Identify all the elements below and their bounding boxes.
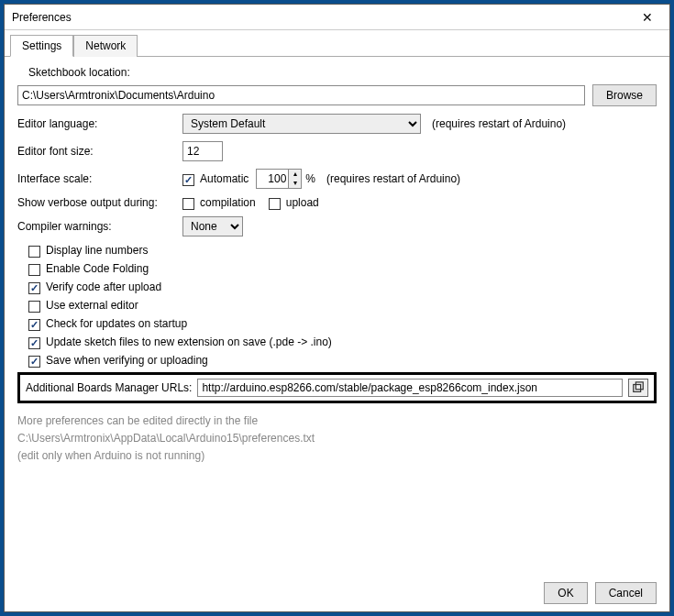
save-when-verifying-checkbox[interactable] <box>28 356 40 368</box>
display-line-numbers-checkbox[interactable] <box>28 246 40 258</box>
more-info-line2: (edit only when Arduino is not running) <box>17 447 657 465</box>
verbose-compilation-label: compilation <box>200 196 256 209</box>
scale-down-icon[interactable]: ▾ <box>289 179 301 188</box>
tab-network[interactable]: Network <box>73 35 138 57</box>
svg-rect-1 <box>635 382 643 390</box>
compiler-warnings-select[interactable]: None <box>182 216 243 236</box>
scale-up-icon[interactable]: ▴ <box>289 170 301 179</box>
use-external-editor-label: Use external editor <box>46 299 138 312</box>
window-expand-icon <box>632 381 645 394</box>
editor-language-select[interactable]: System Default <box>182 114 421 134</box>
browse-button[interactable]: Browse <box>592 84 657 106</box>
svg-rect-0 <box>634 385 641 392</box>
display-line-numbers-label: Display line numbers <box>46 244 148 257</box>
boards-manager-expand-button[interactable] <box>628 379 648 397</box>
options-list: Display line numbers Enable Code Folding… <box>17 244 657 367</box>
scale-percent: % <box>305 172 315 185</box>
verify-code-after-upload-label: Verify code after upload <box>46 280 161 293</box>
editor-fontsize-input[interactable] <box>182 141 223 161</box>
titlebar: Preferences ✕ <box>5 5 669 30</box>
sketchbook-location-input[interactable] <box>17 85 585 105</box>
more-info-line1: More preferences can be edited directly … <box>17 412 657 430</box>
tab-bar: Settings Network <box>5 30 669 57</box>
interface-scale-label: Interface scale: <box>17 172 182 185</box>
automatic-scale-checkbox[interactable] <box>182 174 194 186</box>
save-when-verifying-label: Save when verifying or uploading <box>46 354 208 367</box>
verbose-compilation-checkbox[interactable] <box>182 198 194 210</box>
scale-spinner[interactable]: ▴ ▾ <box>256 169 302 189</box>
verbose-upload-checkbox[interactable] <box>269 198 281 210</box>
tab-settings[interactable]: Settings <box>10 35 73 57</box>
use-external-editor-checkbox[interactable] <box>28 301 40 313</box>
verify-code-after-upload-checkbox[interactable] <box>28 282 40 294</box>
more-preferences-info: More preferences can be edited directly … <box>17 412 657 466</box>
settings-panel: Sketchbook location: Browse Editor langu… <box>5 57 669 575</box>
window-title: Preferences <box>12 11 631 24</box>
preferences-window: Preferences ✕ Settings Network Sketchboo… <box>4 4 670 612</box>
dialog-footer: OK Cancel <box>5 575 669 611</box>
verbose-label: Show verbose output during: <box>17 196 182 209</box>
more-info-path: C:\Users\Armtronix\AppData\Local\Arduino… <box>17 430 657 447</box>
verbose-upload-label: upload <box>286 196 319 209</box>
scale-value-input[interactable] <box>257 170 288 188</box>
compiler-warnings-label: Compiler warnings: <box>17 220 182 233</box>
ok-button[interactable]: OK <box>544 582 587 604</box>
language-restart-note: (requires restart of Arduino) <box>432 117 566 130</box>
editor-language-label: Editor language: <box>17 117 182 130</box>
editor-fontsize-label: Editor font size: <box>17 145 182 158</box>
close-button[interactable]: ✕ <box>631 7 664 28</box>
automatic-scale-label: Automatic <box>200 172 249 185</box>
boards-manager-label: Additional Boards Manager URLs: <box>26 381 192 394</box>
boards-manager-row: Additional Boards Manager URLs: <box>17 372 657 403</box>
enable-code-folding-label: Enable Code Folding <box>46 262 149 275</box>
check-for-updates-checkbox[interactable] <box>28 319 40 331</box>
update-sketch-files-checkbox[interactable] <box>28 337 40 349</box>
check-for-updates-label: Check for updates on startup <box>46 317 187 330</box>
boards-manager-url-input[interactable] <box>197 379 623 397</box>
scale-restart-note: (requires restart of Arduino) <box>326 172 460 185</box>
update-sketch-files-label: Update sketch files to new extension on … <box>46 336 332 348</box>
cancel-button[interactable]: Cancel <box>595 582 657 604</box>
enable-code-folding-checkbox[interactable] <box>28 264 40 276</box>
sketchbook-label: Sketchbook location: <box>17 66 657 79</box>
